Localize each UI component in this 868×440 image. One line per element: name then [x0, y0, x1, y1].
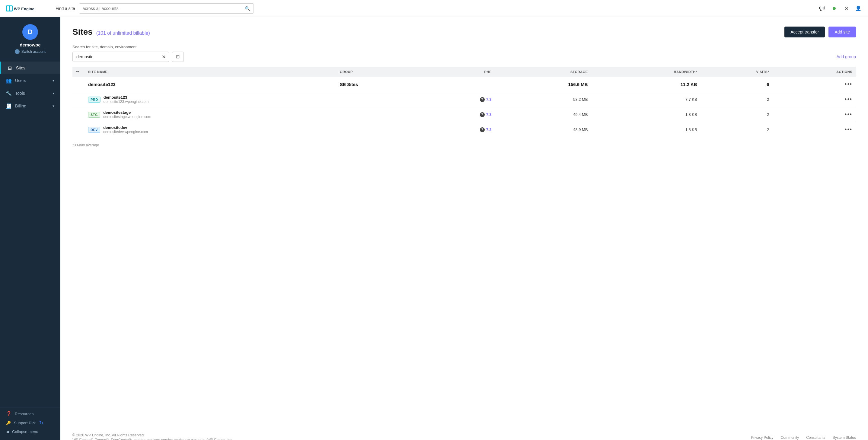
chat-icon[interactable]: 💬 [818, 5, 826, 12]
env-actions-cell: ••• [773, 92, 856, 107]
key-icon: 🔑 [6, 421, 11, 425]
header-buttons: Accept transfer Add site [784, 27, 856, 37]
bandwidth-parent-cell: 11.2 KB [592, 77, 701, 92]
privacy-policy-link[interactable]: Privacy Policy [751, 436, 774, 440]
filter-button[interactable]: ⊡ [172, 52, 184, 62]
users-label: Users [15, 78, 26, 83]
env-php-cell: ? 7.3 [427, 92, 495, 107]
env-name-cell[interactable]: STG demositestage demositestage.wpengine… [85, 107, 336, 122]
copyright-text: © 2020 WP Engine, Inc. All Rights Reserv… [72, 433, 233, 437]
add-site-button[interactable]: Add site [829, 27, 856, 37]
env-row: STG demositestage demositestage.wpengine… [72, 107, 856, 122]
env-actions-button[interactable]: ••• [845, 112, 852, 118]
page-header: Sites (101 of unlimited billable) Accept… [72, 27, 856, 37]
status-dot-icon[interactable] [831, 5, 838, 12]
col-bandwidth: Bandwidth* [592, 67, 701, 77]
table-header: ↪ Site Name Group PHP Storage Bandwidth*… [72, 67, 856, 77]
app-body: D demowpe ↕ Switch account ⊞ Sites 👥 Use… [0, 17, 868, 428]
env-url: demositedev.wpengine.com [103, 130, 148, 134]
env-php-cell: ? 7.3 [427, 122, 495, 137]
billing-label: Billing [15, 103, 26, 108]
env-name: demositedev [103, 125, 148, 130]
consultants-link[interactable]: Consultants [806, 436, 825, 440]
env-group-cell [336, 122, 427, 137]
table-row: demosite123 SE Sites 156.6 MB 11.2 KB 6 … [72, 77, 856, 92]
env-actions-cell: ••• [773, 107, 856, 122]
footer: © 2020 WP Engine, Inc. All Rights Reserv… [60, 428, 868, 440]
env-bandwidth-cell: 1.8 KB [592, 122, 701, 137]
footer-copyright: © 2020 WP Engine, Inc. All Rights Reserv… [72, 433, 233, 440]
billing-chevron-icon: ▾ [53, 104, 54, 108]
topbar: WP Engine Find a site 🔍 💬 ⊗ 👤 [0, 0, 868, 17]
sidebar-username: demowpe [20, 42, 40, 48]
env-bandwidth-cell: 1.8 KB [592, 107, 701, 122]
global-search-input[interactable] [79, 4, 241, 13]
env-name-cell[interactable]: PRD demosite123 demosite123.wpengine.com [85, 92, 336, 107]
tools-chevron-icon: ▾ [53, 91, 54, 95]
global-search-box[interactable]: 🔍 [79, 3, 254, 13]
sidebar-nav: ⊞ Sites 👥 Users ▾ 🔧 Tools ▾ 🧾 Billing ▾ [0, 59, 60, 407]
env-bandwidth-cell: 7.7 KB [592, 92, 701, 107]
resources-label: Resources [15, 412, 33, 416]
env-visits-cell: 2 [701, 92, 773, 107]
accept-transfer-button[interactable]: Accept transfer [784, 27, 825, 37]
page-title-group: Sites (101 of unlimited billable) [72, 27, 150, 37]
site-search-input[interactable] [73, 52, 159, 62]
env-redirect-cell [72, 92, 85, 107]
add-group-link[interactable]: Add group [836, 54, 856, 59]
help-icon[interactable]: ⊗ [843, 5, 850, 12]
community-link[interactable]: Community [781, 436, 799, 440]
php-version: 7.3 [486, 97, 492, 102]
refresh-pin-icon[interactable]: ↻ [39, 420, 43, 426]
switch-account-button[interactable]: ↕ Switch account [15, 49, 46, 54]
env-php-cell: ? 7.3 [427, 107, 495, 122]
col-storage: Storage [495, 67, 592, 77]
php-help-icon[interactable]: ? [480, 112, 485, 117]
users-icon: 👥 [6, 78, 11, 83]
sidebar: D demowpe ↕ Switch account ⊞ Sites 👥 Use… [0, 17, 60, 440]
sidebar-item-tools[interactable]: 🔧 Tools ▾ [0, 87, 60, 100]
env-redirect-cell [72, 107, 85, 122]
php-version: 7.3 [486, 112, 492, 117]
switch-account-icon: ↕ [15, 49, 20, 54]
env-actions-button[interactable]: ••• [845, 96, 852, 103]
env-badge-dev: DEV [88, 127, 100, 133]
sites-table: ↪ Site Name Group PHP Storage Bandwidth*… [72, 67, 856, 137]
sidebar-item-sites[interactable]: ⊞ Sites [0, 62, 60, 74]
user-menu-icon[interactable]: 👤 [855, 5, 862, 12]
env-actions-button[interactable]: ••• [845, 126, 852, 133]
env-name: demosite123 [103, 95, 149, 100]
col-redirect: ↪ [72, 67, 85, 77]
logo[interactable]: WP Engine [6, 4, 48, 13]
php-help-icon[interactable]: ? [480, 97, 485, 102]
env-url: demosite123.wpengine.com [103, 100, 149, 104]
support-pin-section: 🔑 Support PIN: ↻ [6, 420, 54, 426]
site-actions-button[interactable]: ••• [845, 81, 852, 88]
sidebar-bottom: ❓ Resources 🔑 Support PIN: ↻ ◀ Collapse … [0, 407, 60, 440]
collapse-menu-button[interactable]: ◀ Collapse menu [6, 430, 54, 434]
svg-rect-2 [10, 6, 12, 10]
env-badge-stg: STG [88, 112, 100, 118]
php-help-icon[interactable]: ? [480, 127, 485, 132]
sidebar-item-users[interactable]: 👥 Users ▾ [0, 74, 60, 87]
topbar-icons: 💬 ⊗ 👤 [818, 5, 862, 12]
redirect-cell [72, 77, 85, 92]
clear-search-icon[interactable]: ✕ [159, 52, 169, 62]
collapse-label: Collapse menu [12, 430, 38, 434]
env-name-cell[interactable]: DEV demositedev demositedev.wpengine.com [85, 122, 336, 137]
footnote: *30-day average [72, 143, 856, 147]
sites-icon: ⊞ [7, 65, 12, 71]
system-status-link[interactable]: System Status [833, 436, 856, 440]
sidebar-resources-item[interactable]: ❓ Resources [6, 411, 54, 416]
page-title: Sites [72, 27, 93, 36]
main-content: Sites (101 of unlimited billable) Accept… [60, 17, 868, 428]
env-visits-cell: 2 [701, 107, 773, 122]
group-cell: SE Sites [336, 77, 427, 92]
site-name-cell[interactable]: demosite123 [85, 77, 336, 92]
filter-icon: ⊡ [176, 54, 180, 59]
env-row: DEV demositedev demositedev.wpengine.com… [72, 122, 856, 137]
sidebar-item-billing[interactable]: 🧾 Billing ▾ [0, 100, 60, 112]
col-group: Group [336, 67, 427, 77]
site-search-box[interactable]: ✕ [72, 52, 169, 62]
redirect-header-icon: ↪ [76, 70, 79, 73]
